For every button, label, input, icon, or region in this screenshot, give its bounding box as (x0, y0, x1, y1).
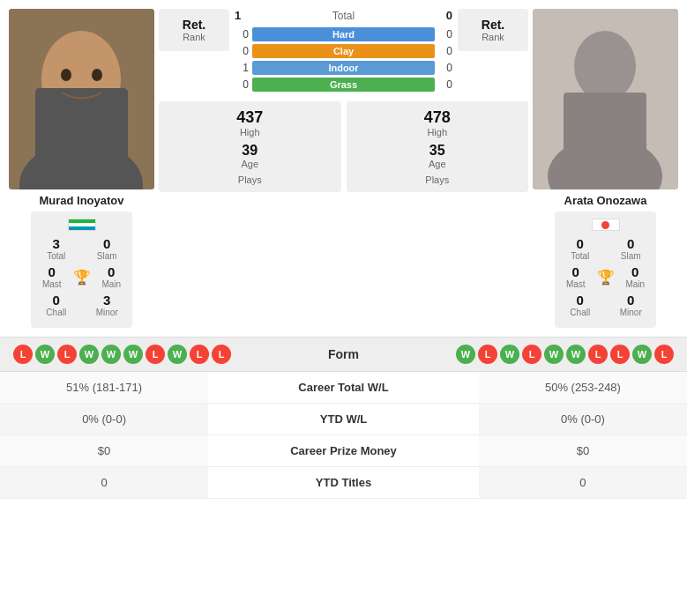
grass-badge: Grass (252, 78, 435, 92)
svg-point-4 (61, 69, 71, 81)
svg-rect-6 (44, 115, 119, 167)
left-player-block: Murad Inoyatov 3 Total 0 Slam (9, 9, 154, 328)
grass-right-score: 0 (438, 78, 452, 91)
form-section: L W L W W W L W L L Form W L W L W W L L… (0, 337, 687, 372)
right-mast-stat: 0 Mast (560, 264, 592, 289)
left-main-stat: 0 Main (96, 264, 128, 289)
left-slam-stat: 0 Slam (87, 236, 128, 261)
right-form-badges: W L W L W W L L W L (456, 345, 674, 364)
ytd-titles-label: YTD Titles (208, 467, 479, 499)
right-stat-grid-1: 0 Total 0 Slam (560, 236, 651, 261)
right-career-wl: 50% (253-248) (479, 372, 687, 404)
left-prize: $0 (0, 435, 208, 467)
right-plays: Plays (425, 174, 449, 185)
right-total-stat: 0 Total (560, 236, 601, 261)
left-form-6: L (146, 345, 165, 364)
left-form-9: L (212, 345, 231, 364)
right-form-4: W (544, 345, 564, 364)
svg-rect-10 (564, 93, 646, 154)
grass-left-score: 0 (235, 78, 249, 91)
left-minor-stat: 3 Minor (87, 293, 128, 317)
left-stats-box: 3 Total 0 Slam 0 Mast 🏆 (31, 212, 132, 328)
right-player-name: Arata Onozawa (533, 194, 678, 207)
left-form-2: L (57, 345, 77, 364)
left-form-7: W (168, 345, 187, 364)
right-form-9: L (654, 345, 674, 364)
left-high: 437 High (236, 108, 263, 137)
stats-row-career-wl: 51% (181-171) Career Total W/L 50% (253-… (0, 372, 687, 404)
left-high-box: 437 High 39 Age Plays (159, 101, 341, 192)
left-age: 39 Age (241, 143, 258, 169)
right-form-3: L (522, 345, 541, 364)
right-ytd-titles: 0 (479, 467, 687, 499)
form-label: Form (317, 347, 370, 361)
svg-point-8 (574, 31, 636, 101)
indoor-right-score: 0 (438, 62, 452, 74)
right-age: 35 Age (429, 143, 446, 169)
left-form-5: W (123, 345, 143, 364)
left-stat-grid-3: 0 Chall 3 Minor (36, 293, 127, 317)
left-flag-icon (68, 219, 96, 231)
right-stat-grid-2: 0 Mast 🏆 0 Main (560, 264, 651, 289)
stats-row-ytd-titles: 0 YTD Titles 0 (0, 467, 687, 499)
center-block: Ret. Rank 1 Total 0 0 Hard (159, 9, 528, 192)
left-total-stat: 3 Total (36, 236, 77, 261)
prize-label: Career Prize Money (208, 435, 479, 467)
left-plays: Plays (238, 174, 262, 185)
right-minor-stat: 0 Minor (611, 293, 652, 317)
right-rank-box: Ret. Rank (458, 9, 528, 51)
stats-row-prize: $0 Career Prize Money $0 (0, 435, 687, 467)
left-trophy-icon: 🏆 (73, 269, 91, 286)
total-header-row: 1 Total 0 (235, 9, 452, 22)
left-mast-stat: 0 Mast (36, 264, 68, 289)
hard-badge: Hard (252, 27, 435, 41)
right-flag-icon (592, 219, 620, 231)
left-form-8: L (190, 345, 209, 364)
career-wl-label: Career Total W/L (208, 372, 479, 404)
right-form-7: L (610, 345, 630, 364)
right-high: 478 High (424, 108, 451, 137)
right-high-box: 478 High 35 Age Plays (347, 101, 529, 192)
left-rank-box: Ret. Rank (159, 9, 229, 51)
left-player-photo (9, 9, 154, 189)
hard-right-score: 0 (438, 28, 452, 41)
right-trophy-icon: 🏆 (597, 269, 615, 286)
right-stats-box: 0 Total 0 Slam 0 Mast 🏆 (555, 212, 656, 328)
left-career-wl: 51% (181-171) (0, 372, 208, 404)
left-stat-grid-1: 3 Total 0 Slam (36, 236, 127, 261)
indoor-badge: Indoor (252, 61, 435, 75)
right-form-1: L (478, 345, 497, 364)
ytd-wl-label: YTD W/L (208, 404, 479, 435)
right-ytd-wl: 0% (0-0) (479, 404, 687, 435)
svg-point-5 (92, 69, 102, 81)
clay-right-score: 0 (438, 45, 452, 57)
hard-left-score: 0 (235, 28, 249, 41)
indoor-left-score: 1 (235, 62, 249, 74)
right-slam-stat: 0 Slam (611, 236, 652, 261)
left-player-name: Murad Inoyatov (9, 194, 154, 207)
surfaces-block: 1 Total 0 0 Hard 0 0 Clay 0 (235, 9, 452, 94)
right-main-stat: 0 Main (620, 264, 652, 289)
right-player-block: Arata Onozawa 0 Total 0 (533, 9, 678, 328)
right-stat-grid-3: 0 Chall 0 Minor (560, 293, 651, 317)
left-form-0: L (13, 345, 33, 364)
right-form-6: L (588, 345, 608, 364)
right-player-photo (533, 9, 678, 189)
left-ytd-titles: 0 (0, 467, 208, 499)
surface-clay-row: 0 Clay 0 (235, 44, 452, 58)
right-form-8: W (632, 345, 652, 364)
right-form-5: W (566, 345, 586, 364)
left-chall-stat: 0 Chall (36, 293, 77, 317)
top-section: Murad Inoyatov 3 Total 0 Slam (0, 0, 687, 337)
surface-hard-row: 0 Hard 0 (235, 27, 452, 41)
main-wrapper: Murad Inoyatov 3 Total 0 Slam (0, 0, 687, 499)
left-form-badges: L W L W W W L W L L (13, 345, 231, 364)
stats-row-ytd-wl: 0% (0-0) YTD W/L 0% (0-0) (0, 404, 687, 435)
right-form-2: W (500, 345, 519, 364)
right-prize: $0 (479, 435, 687, 467)
center-top-row: Ret. Rank 1 Total 0 0 Hard (159, 9, 528, 94)
clay-badge: Clay (252, 44, 435, 58)
left-ytd-wl: 0% (0-0) (0, 404, 208, 435)
right-form-0: W (456, 345, 475, 364)
left-form-3: W (79, 345, 99, 364)
